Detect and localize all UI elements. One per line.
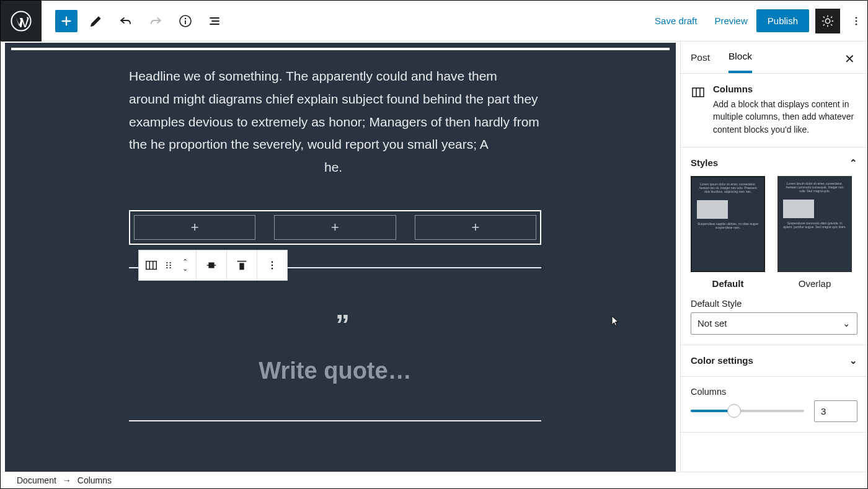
chevron-down-icon: ⌄ — [849, 355, 857, 366]
svg-rect-6 — [146, 262, 157, 270]
columns-slider[interactable] — [691, 410, 804, 412]
default-style-label: Default Style — [691, 299, 857, 309]
more-options-button[interactable] — [845, 9, 867, 33]
svg-point-15 — [272, 262, 273, 263]
svg-point-16 — [272, 265, 273, 266]
settings-sidebar: Post Block ✕ Columns Add a block that di… — [680, 42, 867, 472]
breadcrumb-root[interactable]: Document — [17, 475, 56, 485]
svg-rect-14 — [239, 263, 244, 270]
svg-point-3 — [856, 17, 857, 19]
columns-block[interactable]: + + + — [129, 210, 541, 245]
paragraph-block[interactable]: Headline we of something. The apparently… — [129, 65, 541, 179]
wordpress-logo[interactable] — [1, 1, 42, 42]
columns-count-label: Columns — [691, 387, 857, 397]
breadcrumb-separator-icon: → — [63, 475, 71, 485]
svg-point-2 — [185, 17, 186, 19]
svg-point-4 — [856, 20, 857, 22]
block-type-icon[interactable] — [143, 250, 160, 280]
mouse-cursor-icon — [611, 315, 620, 329]
quote-placeholder[interactable]: Write quote… — [129, 358, 541, 384]
align-button[interactable] — [197, 250, 226, 280]
color-settings-panel-toggle[interactable]: Color settings ⌄ — [681, 345, 867, 376]
column-appender[interactable]: + — [274, 215, 396, 240]
block-mover[interactable]: ⌃ ⌄ — [177, 258, 192, 272]
svg-point-11 — [166, 267, 167, 268]
chevron-up-icon: ⌃ — [849, 157, 857, 169]
block-name: Columns — [713, 84, 857, 94]
svg-point-8 — [170, 262, 171, 263]
editor-canvas[interactable]: Headline we of something. The apparently… — [1, 42, 680, 472]
publish-button[interactable]: Publish — [756, 9, 809, 32]
svg-point-9 — [166, 265, 167, 266]
info-button[interactable] — [174, 10, 197, 32]
tab-post[interactable]: Post — [691, 43, 710, 72]
edit-mode-button[interactable] — [85, 10, 107, 32]
quote-mark-icon: ” — [141, 311, 541, 339]
svg-point-17 — [272, 268, 273, 269]
style-option-default[interactable]: Lorem ipsum dolor sit amet, consectetur.… — [691, 176, 765, 289]
undo-button[interactable] — [115, 10, 137, 32]
vertical-align-button[interactable] — [227, 250, 257, 280]
style-option-overlap[interactable]: Lorem ipsum dolor sit amet, consectetur.… — [777, 176, 852, 289]
columns-icon — [691, 84, 706, 136]
move-down-icon[interactable]: ⌄ — [177, 265, 192, 272]
default-style-select[interactable]: Not set ⌄ — [691, 312, 857, 335]
breadcrumb-current[interactable]: Columns — [78, 475, 112, 485]
styles-panel-toggle[interactable]: Styles ⌃ — [681, 148, 867, 178]
block-description: Add a block that displays content in mul… — [713, 98, 857, 136]
block-toolbar: ⌃ ⌄ — [138, 250, 288, 281]
svg-rect-18 — [693, 88, 704, 97]
columns-number-input[interactable]: 3 — [814, 400, 857, 422]
drag-handle-icon[interactable] — [160, 250, 177, 280]
editor-topbar: Save draft Preview Publish — [1, 1, 867, 42]
outline-button[interactable] — [204, 10, 226, 32]
block-breadcrumb: Document → Columns — [1, 472, 867, 488]
svg-rect-13 — [208, 262, 214, 268]
svg-point-12 — [170, 267, 171, 268]
column-appender[interactable]: + — [134, 215, 255, 240]
block-more-button[interactable] — [257, 250, 287, 280]
close-panel-button[interactable]: ✕ — [839, 49, 860, 69]
quote-block[interactable]: ” Write quote… — [129, 311, 541, 384]
svg-point-10 — [170, 265, 171, 266]
chevron-down-icon: ⌄ — [843, 318, 851, 329]
column-appender[interactable]: + — [415, 215, 536, 240]
tab-block[interactable]: Block — [728, 42, 752, 73]
redo-button[interactable] — [144, 10, 167, 32]
separator-block[interactable] — [11, 48, 670, 50]
svg-point-7 — [166, 262, 167, 263]
separator-block[interactable] — [129, 420, 541, 421]
settings-button[interactable] — [815, 9, 840, 33]
svg-point-5 — [856, 23, 857, 25]
add-block-button[interactable] — [55, 10, 78, 32]
block-info: Columns Add a block that displays conten… — [681, 74, 867, 148]
preview-button[interactable]: Preview — [706, 11, 756, 31]
save-draft-button[interactable]: Save draft — [646, 11, 706, 31]
editor-tools — [42, 10, 226, 32]
